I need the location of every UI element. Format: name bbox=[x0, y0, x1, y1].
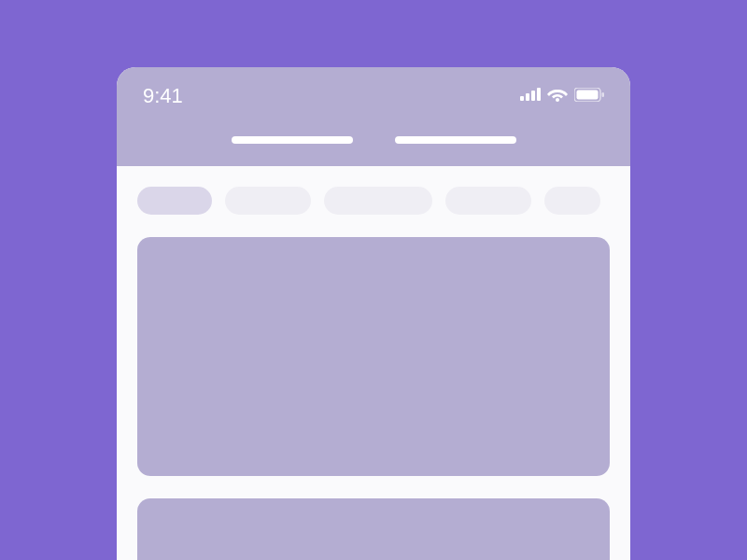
filter-pill[interactable] bbox=[137, 187, 212, 215]
wifi-icon bbox=[547, 87, 568, 105]
status-icons-group bbox=[520, 87, 604, 105]
content-card[interactable] bbox=[137, 237, 610, 476]
filter-pill[interactable] bbox=[544, 187, 600, 215]
svg-rect-3 bbox=[537, 88, 541, 101]
battery-icon bbox=[574, 88, 604, 105]
svg-rect-6 bbox=[577, 90, 599, 99]
filter-pills-row bbox=[117, 166, 630, 215]
svg-rect-1 bbox=[526, 93, 529, 101]
svg-rect-2 bbox=[531, 91, 535, 101]
header-section: 9:41 bbox=[117, 67, 630, 166]
content-card[interactable] bbox=[137, 498, 610, 560]
filter-pill[interactable] bbox=[225, 187, 311, 215]
status-bar: 9:41 bbox=[117, 67, 630, 136]
phone-mockup-frame: 9:41 bbox=[117, 67, 630, 560]
header-tabs bbox=[117, 136, 630, 166]
filter-pill[interactable] bbox=[324, 187, 432, 215]
status-time: 9:41 bbox=[143, 84, 183, 108]
tab-item[interactable] bbox=[395, 136, 516, 144]
cellular-signal-icon bbox=[520, 88, 541, 105]
svg-rect-0 bbox=[520, 96, 524, 101]
tab-item[interactable] bbox=[232, 136, 353, 144]
svg-rect-7 bbox=[602, 92, 605, 97]
svg-point-4 bbox=[556, 98, 559, 102]
content-area bbox=[117, 215, 630, 560]
filter-pill[interactable] bbox=[445, 187, 531, 215]
